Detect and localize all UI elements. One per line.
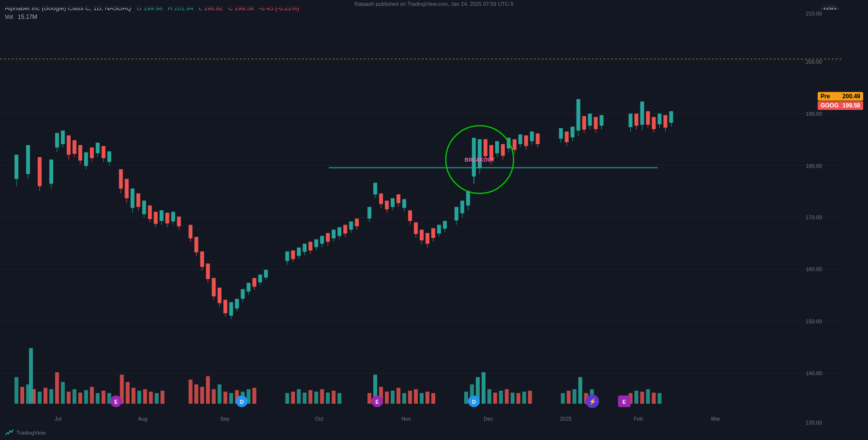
svg-rect-109 xyxy=(67,136,71,155)
svg-rect-165 xyxy=(241,289,244,299)
svg-rect-38 xyxy=(189,379,193,404)
svg-rect-159 xyxy=(223,300,227,313)
svg-rect-23 xyxy=(78,393,82,404)
svg-rect-113 xyxy=(78,145,82,161)
svg-rect-36 xyxy=(155,393,159,404)
svg-rect-211 xyxy=(396,195,400,203)
svg-rect-111 xyxy=(73,140,76,154)
svg-rect-251 xyxy=(518,135,522,144)
goog-label: GOOG xyxy=(821,102,838,109)
vol-label: Vol xyxy=(5,14,13,20)
svg-text:130.00: 130.00 xyxy=(806,420,822,425)
svg-rect-249 xyxy=(513,139,517,150)
svg-rect-63 xyxy=(385,392,389,404)
svg-rect-65 xyxy=(396,388,400,404)
svg-rect-219 xyxy=(420,229,424,240)
svg-rect-167 xyxy=(246,283,250,291)
tv-logo-icon xyxy=(5,428,15,438)
pre-value: 200.49 xyxy=(842,93,860,100)
svg-rect-70 xyxy=(426,392,429,404)
svg-rect-95 xyxy=(657,393,661,404)
svg-rect-277 xyxy=(634,114,638,126)
svg-rect-41 xyxy=(206,376,210,404)
svg-rect-207 xyxy=(385,201,389,210)
svg-rect-265 xyxy=(577,99,580,131)
svg-rect-213 xyxy=(402,199,406,208)
svg-rect-133 xyxy=(142,201,146,214)
published-bar: Rataash published on TradingView.com, Ja… xyxy=(0,0,868,8)
svg-rect-199 xyxy=(355,218,359,226)
svg-text:Oct: Oct xyxy=(315,416,323,422)
svg-rect-60 xyxy=(367,393,371,404)
svg-rect-99 xyxy=(26,145,30,174)
svg-rect-59 xyxy=(337,393,341,404)
svg-rect-115 xyxy=(84,152,88,166)
svg-rect-221 xyxy=(426,233,429,243)
svg-text:140.00: 140.00 xyxy=(806,370,822,376)
svg-rect-153 xyxy=(206,263,210,279)
svg-rect-16 xyxy=(38,392,42,404)
svg-rect-105 xyxy=(55,133,59,148)
svg-rect-43 xyxy=(217,384,221,404)
svg-rect-173 xyxy=(264,270,268,277)
svg-text:Feb: Feb xyxy=(634,416,643,422)
svg-rect-80 xyxy=(511,393,515,404)
svg-rect-275 xyxy=(629,114,633,127)
svg-text:Sep: Sep xyxy=(220,416,230,422)
svg-rect-21 xyxy=(67,392,71,404)
svg-rect-231 xyxy=(460,201,464,213)
svg-rect-29 xyxy=(29,348,33,404)
svg-rect-281 xyxy=(646,111,650,125)
svg-text:E: E xyxy=(375,399,379,405)
svg-rect-72 xyxy=(464,392,468,404)
svg-text:Aug: Aug xyxy=(138,416,148,422)
svg-rect-229 xyxy=(455,207,458,221)
svg-rect-40 xyxy=(200,387,204,404)
svg-rect-49 xyxy=(252,388,256,404)
svg-rect-243 xyxy=(495,141,499,153)
svg-rect-253 xyxy=(524,136,528,146)
svg-rect-195 xyxy=(343,225,347,233)
svg-text:190.00: 190.00 xyxy=(806,111,822,117)
svg-rect-201 xyxy=(367,207,371,219)
svg-rect-57 xyxy=(326,393,330,404)
svg-rect-177 xyxy=(291,250,295,259)
svg-rect-117 xyxy=(90,148,94,158)
svg-rect-289 xyxy=(669,111,673,123)
svg-text:2025: 2025 xyxy=(560,416,571,422)
svg-rect-285 xyxy=(657,114,661,124)
svg-rect-255 xyxy=(530,132,534,141)
svg-text:170.00: 170.00 xyxy=(806,214,822,220)
published-text: Rataash published on TradingView.com, Ja… xyxy=(354,1,514,7)
svg-rect-82 xyxy=(522,392,526,404)
svg-rect-223 xyxy=(431,228,435,238)
svg-text:160.00: 160.00 xyxy=(806,266,822,272)
svg-rect-263 xyxy=(571,127,575,137)
svg-rect-78 xyxy=(499,391,503,404)
svg-rect-52 xyxy=(297,389,301,404)
svg-rect-181 xyxy=(303,243,306,252)
svg-rect-209 xyxy=(391,198,395,207)
svg-rect-203 xyxy=(373,183,377,195)
svg-rect-261 xyxy=(565,132,569,142)
svg-rect-79 xyxy=(505,389,509,404)
svg-rect-137 xyxy=(154,212,158,224)
svg-rect-149 xyxy=(195,237,198,252)
svg-rect-39 xyxy=(195,384,198,404)
svg-rect-161 xyxy=(229,302,233,316)
svg-rect-191 xyxy=(332,229,335,238)
svg-rect-151 xyxy=(200,251,204,267)
svg-text:Dec: Dec xyxy=(484,416,493,422)
svg-rect-283 xyxy=(652,117,655,129)
pre-label: Pre xyxy=(821,93,830,100)
svg-rect-71 xyxy=(431,393,435,404)
tradingview-logo: TradingView xyxy=(5,428,46,438)
svg-rect-32 xyxy=(132,388,136,404)
svg-rect-18 xyxy=(49,389,53,404)
svg-rect-45 xyxy=(229,393,233,404)
svg-rect-217 xyxy=(414,222,418,234)
price-badges: Pre 200.49 GOOG 199.58 xyxy=(818,92,863,110)
svg-rect-44 xyxy=(223,392,227,404)
svg-rect-77 xyxy=(493,393,497,404)
svg-rect-67 xyxy=(408,391,412,404)
